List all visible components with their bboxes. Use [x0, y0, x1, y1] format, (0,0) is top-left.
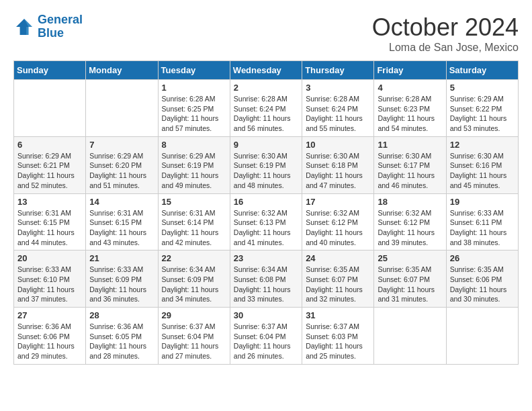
- weekday-header-saturday: Saturday: [446, 61, 518, 80]
- logo-line1: General: [38, 13, 83, 26]
- calendar-cell: 3Sunrise: 6:28 AM Sunset: 6:24 PM Daylig…: [302, 80, 374, 137]
- calendar-cell: 21Sunrise: 6:33 AM Sunset: 6:09 PM Dayli…: [86, 250, 158, 308]
- day-number: 12: [450, 140, 515, 150]
- weekday-header-thursday: Thursday: [302, 61, 374, 80]
- calendar-cell: 20Sunrise: 6:33 AM Sunset: 6:10 PM Dayli…: [14, 250, 86, 308]
- calendar-cell: 14Sunrise: 6:31 AM Sunset: 6:15 PM Dayli…: [86, 193, 158, 250]
- day-info: Sunrise: 6:35 AM Sunset: 6:07 PM Dayligh…: [378, 265, 442, 304]
- day-number: 5: [450, 83, 515, 93]
- calendar-body: 1Sunrise: 6:28 AM Sunset: 6:25 PM Daylig…: [14, 80, 519, 365]
- weekday-header-friday: Friday: [374, 61, 446, 80]
- logo-icon: [13, 16, 35, 38]
- day-info: Sunrise: 6:33 AM Sunset: 6:11 PM Dayligh…: [450, 208, 515, 248]
- day-info: Sunrise: 6:36 AM Sunset: 6:06 PM Dayligh…: [17, 322, 82, 361]
- day-number: 31: [306, 310, 370, 320]
- day-number: 13: [17, 197, 82, 207]
- day-number: 16: [234, 197, 298, 207]
- day-number: 29: [162, 310, 226, 320]
- weekday-header-wednesday: Wednesday: [230, 61, 302, 80]
- logo-text: General Blue: [38, 13, 83, 40]
- calendar-cell: 1Sunrise: 6:28 AM Sunset: 6:25 PM Daylig…: [158, 80, 230, 137]
- day-number: 25: [378, 253, 442, 263]
- calendar-cell: [86, 80, 158, 137]
- day-number: 1: [162, 83, 226, 93]
- calendar-cell: 16Sunrise: 6:32 AM Sunset: 6:13 PM Dayli…: [230, 193, 302, 250]
- calendar-cell: 12Sunrise: 6:30 AM Sunset: 6:16 PM Dayli…: [446, 136, 518, 193]
- day-number: 10: [306, 140, 370, 150]
- calendar-cell: 17Sunrise: 6:32 AM Sunset: 6:12 PM Dayli…: [302, 193, 374, 250]
- calendar-cell: 9Sunrise: 6:30 AM Sunset: 6:19 PM Daylig…: [230, 136, 302, 193]
- calendar-cell: 18Sunrise: 6:32 AM Sunset: 6:12 PM Dayli…: [374, 193, 446, 250]
- month-title: October 2024: [372, 13, 519, 42]
- day-number: 18: [378, 197, 442, 207]
- calendar-cell: 23Sunrise: 6:34 AM Sunset: 6:08 PM Dayli…: [230, 250, 302, 308]
- day-number: 23: [234, 253, 298, 263]
- day-info: Sunrise: 6:28 AM Sunset: 6:24 PM Dayligh…: [234, 94, 298, 134]
- day-info: Sunrise: 6:33 AM Sunset: 6:10 PM Dayligh…: [17, 265, 82, 304]
- day-info: Sunrise: 6:37 AM Sunset: 6:04 PM Dayligh…: [234, 322, 298, 361]
- calendar-week-row: 20Sunrise: 6:33 AM Sunset: 6:10 PM Dayli…: [14, 250, 519, 308]
- day-number: 19: [450, 197, 515, 207]
- day-info: Sunrise: 6:37 AM Sunset: 6:04 PM Dayligh…: [162, 322, 226, 361]
- title-block: October 2024 Loma de San Jose, Mexico: [372, 13, 519, 54]
- logo-line2: Blue: [38, 26, 64, 40]
- day-number: 2: [234, 83, 298, 93]
- calendar-cell: 10Sunrise: 6:30 AM Sunset: 6:18 PM Dayli…: [302, 136, 374, 193]
- calendar-week-row: 1Sunrise: 6:28 AM Sunset: 6:25 PM Daylig…: [14, 80, 519, 137]
- calendar-cell: 15Sunrise: 6:31 AM Sunset: 6:14 PM Dayli…: [158, 193, 230, 250]
- day-info: Sunrise: 6:36 AM Sunset: 6:05 PM Dayligh…: [89, 322, 154, 361]
- day-info: Sunrise: 6:34 AM Sunset: 6:09 PM Dayligh…: [162, 265, 226, 304]
- day-number: 26: [450, 253, 515, 263]
- calendar-cell: 31Sunrise: 6:37 AM Sunset: 6:03 PM Dayli…: [302, 308, 374, 365]
- day-info: Sunrise: 6:31 AM Sunset: 6:15 PM Dayligh…: [89, 208, 154, 248]
- day-number: 30: [234, 310, 298, 320]
- day-number: 9: [234, 140, 298, 150]
- day-info: Sunrise: 6:35 AM Sunset: 6:06 PM Dayligh…: [450, 265, 515, 304]
- calendar-cell: 7Sunrise: 6:29 AM Sunset: 6:20 PM Daylig…: [86, 136, 158, 193]
- calendar-cell: 6Sunrise: 6:29 AM Sunset: 6:21 PM Daylig…: [14, 136, 86, 193]
- calendar-cell: 29Sunrise: 6:37 AM Sunset: 6:04 PM Dayli…: [158, 308, 230, 365]
- day-number: 21: [89, 253, 154, 263]
- weekday-header-row: SundayMondayTuesdayWednesdayThursdayFrid…: [14, 61, 519, 80]
- day-info: Sunrise: 6:37 AM Sunset: 6:03 PM Dayligh…: [306, 322, 370, 361]
- day-number: 4: [378, 83, 442, 93]
- location: Loma de San Jose, Mexico: [372, 42, 519, 54]
- day-info: Sunrise: 6:35 AM Sunset: 6:07 PM Dayligh…: [306, 265, 370, 304]
- logo: General Blue: [13, 13, 83, 40]
- day-number: 20: [17, 253, 82, 263]
- page-header: General Blue October 2024 Loma de San Jo…: [13, 13, 519, 54]
- calendar-cell: [14, 80, 86, 137]
- day-info: Sunrise: 6:30 AM Sunset: 6:18 PM Dayligh…: [306, 151, 370, 191]
- calendar-cell: 19Sunrise: 6:33 AM Sunset: 6:11 PM Dayli…: [446, 193, 518, 250]
- day-info: Sunrise: 6:31 AM Sunset: 6:14 PM Dayligh…: [162, 208, 226, 248]
- day-number: 24: [306, 253, 370, 263]
- calendar-cell: 4Sunrise: 6:28 AM Sunset: 6:23 PM Daylig…: [374, 80, 446, 137]
- day-info: Sunrise: 6:29 AM Sunset: 6:21 PM Dayligh…: [17, 151, 82, 191]
- day-info: Sunrise: 6:29 AM Sunset: 6:19 PM Dayligh…: [162, 151, 226, 191]
- calendar-cell: 26Sunrise: 6:35 AM Sunset: 6:06 PM Dayli…: [446, 250, 518, 308]
- day-info: Sunrise: 6:28 AM Sunset: 6:23 PM Dayligh…: [378, 94, 442, 134]
- day-number: 14: [89, 197, 154, 207]
- calendar-week-row: 27Sunrise: 6:36 AM Sunset: 6:06 PM Dayli…: [14, 308, 519, 365]
- day-number: 8: [162, 140, 226, 150]
- calendar-cell: 8Sunrise: 6:29 AM Sunset: 6:19 PM Daylig…: [158, 136, 230, 193]
- day-info: Sunrise: 6:31 AM Sunset: 6:15 PM Dayligh…: [17, 208, 82, 248]
- day-info: Sunrise: 6:28 AM Sunset: 6:24 PM Dayligh…: [306, 94, 370, 134]
- day-number: 11: [378, 140, 442, 150]
- calendar-cell: 5Sunrise: 6:29 AM Sunset: 6:22 PM Daylig…: [446, 80, 518, 137]
- weekday-header-sunday: Sunday: [14, 61, 86, 80]
- calendar-cell: [446, 308, 518, 365]
- calendar-table: SundayMondayTuesdayWednesdayThursdayFrid…: [13, 60, 519, 365]
- calendar-cell: 28Sunrise: 6:36 AM Sunset: 6:05 PM Dayli…: [86, 308, 158, 365]
- day-info: Sunrise: 6:29 AM Sunset: 6:20 PM Dayligh…: [89, 151, 154, 191]
- day-number: 3: [306, 83, 370, 93]
- calendar-cell: 22Sunrise: 6:34 AM Sunset: 6:09 PM Dayli…: [158, 250, 230, 308]
- calendar-cell: 24Sunrise: 6:35 AM Sunset: 6:07 PM Dayli…: [302, 250, 374, 308]
- day-info: Sunrise: 6:30 AM Sunset: 6:16 PM Dayligh…: [450, 151, 515, 191]
- day-number: 7: [89, 140, 154, 150]
- day-info: Sunrise: 6:29 AM Sunset: 6:22 PM Dayligh…: [450, 94, 515, 134]
- calendar-cell: 27Sunrise: 6:36 AM Sunset: 6:06 PM Dayli…: [14, 308, 86, 365]
- day-info: Sunrise: 6:34 AM Sunset: 6:08 PM Dayligh…: [234, 265, 298, 304]
- day-number: 17: [306, 197, 370, 207]
- weekday-header-monday: Monday: [86, 61, 158, 80]
